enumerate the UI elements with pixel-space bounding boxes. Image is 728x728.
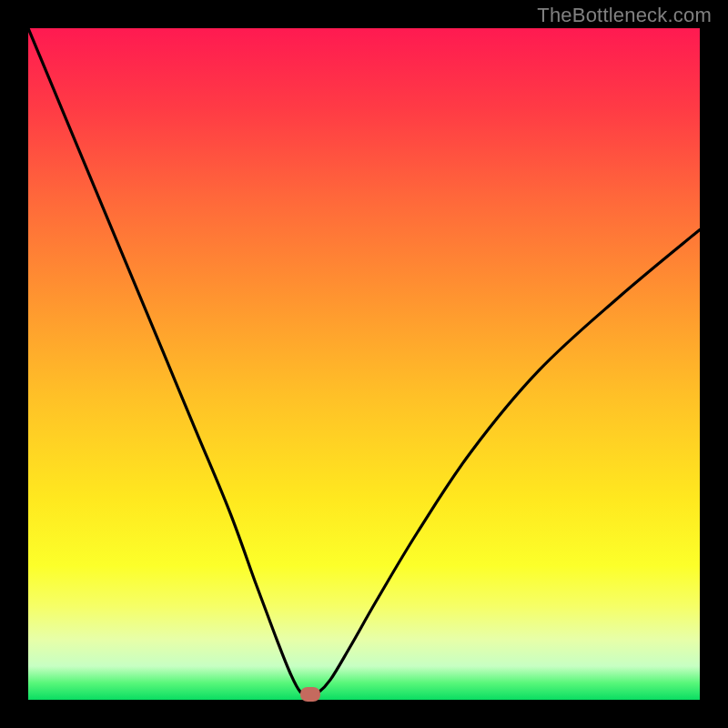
chart-plot-area bbox=[28, 28, 700, 700]
chart-frame: TheBottleneck.com bbox=[0, 0, 728, 728]
bottleneck-curve bbox=[28, 28, 700, 700]
optimal-point-marker bbox=[300, 687, 320, 702]
watermark-text: TheBottleneck.com bbox=[537, 4, 712, 27]
